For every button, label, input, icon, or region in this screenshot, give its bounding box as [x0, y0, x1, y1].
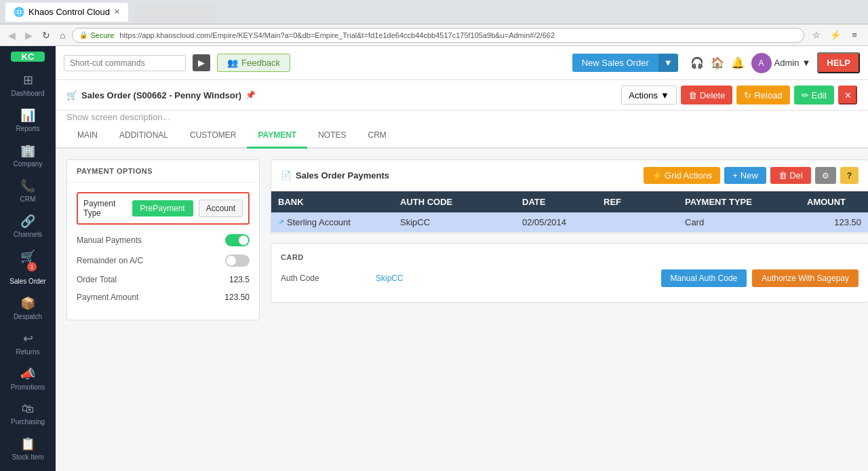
actions-chevron-icon: ▼ [660, 90, 669, 100]
headset-icon[interactable]: 🎧 [690, 56, 704, 69]
app-logo[interactable]: KC [11, 52, 45, 62]
extension-button[interactable]: ⚡ [827, 27, 844, 43]
sidebar-item-label: Returns [16, 348, 39, 356]
sidebar-item-returns[interactable]: ↩ Returns [0, 326, 56, 361]
address-bar[interactable]: 🔒 Secure https://app.khaoscloud.com/Empi… [72, 28, 804, 43]
shortcut-submit-button[interactable]: ▶ [193, 54, 210, 71]
forward-button[interactable]: ▶ [22, 29, 35, 42]
col-auth-code: AUTH CODE [393, 191, 515, 212]
tab-additional[interactable]: ADDITIONAL [108, 124, 179, 149]
col-amount: AMOUNT [800, 191, 868, 212]
manual-payments-label: Manual Payments [77, 236, 225, 245]
tab-notes[interactable]: NOTES [307, 124, 357, 149]
sidebar-item-company[interactable]: 🏢 Company [0, 138, 56, 173]
sidebar-item-dashboard[interactable]: ⊞ Dashboard [0, 67, 56, 102]
browser-nav-bar: ◀ ▶ ↻ ⌂ 🔒 Secure https://app.khaoscloud.… [0, 24, 868, 46]
trash-icon: 🗑 [688, 90, 697, 100]
tab-close-button[interactable]: ✕ [114, 7, 120, 16]
sidebar-item-label: Stock Item [12, 453, 43, 461]
back-button[interactable]: ◀ [5, 29, 18, 42]
col-date: DATE [515, 191, 597, 212]
payment-type-row: Payment Type PrePayment Account [77, 192, 250, 225]
sagepay-button[interactable]: Authorize With Sagepay [752, 269, 859, 287]
tab-customer[interactable]: CUSTOMER [179, 124, 247, 149]
delete-label: Delete [700, 90, 726, 100]
close-button[interactable]: ✕ [838, 86, 857, 105]
page-actions: Actions ▼ 🗑 Delete ↻ Reload ✏ Edit ✕ [621, 86, 857, 105]
grid-actions-button[interactable]: ⚡ Grid Actions [644, 167, 720, 184]
sidebar-item-stock-item[interactable]: 📋 Stock Item [0, 431, 56, 466]
edit-button[interactable]: ✏ Edit [794, 86, 834, 105]
sidebar-item-despatch[interactable]: 📦 Despatch [0, 290, 56, 326]
sidebar-item-label: Reports [16, 125, 39, 132]
tab-payment[interactable]: PAYMENT [247, 124, 307, 149]
payment-amount-row: Payment Amount 123.50 [77, 293, 250, 302]
home-nav-icon[interactable]: 🏠 [711, 56, 724, 69]
screen-description[interactable]: Show screen description... [56, 111, 868, 124]
sidebar-item-channels[interactable]: 🔗 Channels [0, 208, 56, 244]
sidebar-item-promotions[interactable]: 📣 Promotions [0, 361, 56, 396]
sidebar-item-label: Dashboard [12, 90, 45, 97]
refresh-button[interactable]: ↻ [39, 29, 53, 42]
feedback-icon: 👥 [227, 58, 238, 68]
despatch-icon: 📦 [20, 296, 35, 311]
admin-label: Admin [774, 58, 800, 68]
edit-row-icon[interactable]: ↗ [278, 218, 284, 227]
main-content: ▶ 👥 Feedback New Sales Order ▼ 🎧 🏠 🔔 A A… [56, 46, 868, 471]
delete-button[interactable]: 🗑 Delete [681, 86, 733, 105]
notification-icon[interactable]: 🔔 [731, 56, 745, 69]
browser-actions: ☆ ⚡ ≡ [808, 27, 863, 43]
settings-button[interactable]: ⚙ [815, 167, 836, 184]
page-title: 🛒 Sales Order (S00662 - Penny Windsor) 📌 [66, 90, 256, 100]
tab-favicon: 🌐 [14, 7, 24, 17]
sidebar-item-purchasing[interactable]: 🛍 Purchasing [0, 396, 56, 431]
remainder-toggle[interactable] [225, 255, 250, 267]
menu-button[interactable]: ≡ [846, 27, 863, 43]
active-tab[interactable]: 🌐 Khaos Control Cloud ✕ [5, 3, 128, 22]
reload-icon: ↻ [744, 90, 751, 100]
cell-payment-type: Card [678, 212, 800, 232]
bookmark-button[interactable]: ☆ [808, 27, 825, 43]
date-value: 02/05/2014 [522, 217, 566, 227]
tab-crm[interactable]: CRM [357, 124, 397, 149]
reload-button[interactable]: ↻ Reload [736, 86, 789, 105]
prepayment-button[interactable]: PrePayment [132, 200, 193, 216]
payments-header: 📄 Sales Order Payments ⚡ Grid Actions + … [271, 159, 868, 191]
sidebar-item-stock-tools[interactable]: 📈 Stock Tools [0, 466, 56, 471]
cell-amount: 123.50 [800, 212, 868, 232]
admin-menu-button[interactable]: A Admin ▼ [751, 53, 811, 73]
manual-payments-toggle[interactable] [225, 234, 250, 246]
home-button[interactable]: ⌂ [57, 29, 68, 42]
browser-tab-bar: 🌐 Khaos Control Cloud ✕ [0, 0, 868, 24]
cell-auth-code: SkipCC [393, 212, 515, 232]
help-button[interactable]: HELP [817, 52, 860, 73]
edit-icon: ✏ [802, 90, 809, 100]
sidebar-item-sales-order[interactable]: 🛒 1 Sales Order [0, 244, 56, 290]
new-sales-dropdown-button[interactable]: ▼ [658, 54, 678, 72]
manual-auth-button[interactable]: Manual Auth Code [661, 269, 747, 287]
sidebar: KC ⊞ Dashboard 📊 Reports 🏢 Company 📞 CRM… [0, 46, 56, 471]
sidebar-item-label: Channels [14, 231, 42, 238]
help-yellow-button[interactable]: ? [840, 167, 859, 184]
payment-type-value: Card [685, 217, 704, 227]
tab-main[interactable]: MAIN [66, 124, 108, 149]
new-payment-button[interactable]: + New [724, 167, 766, 184]
feedback-button[interactable]: 👥 Feedback [217, 54, 290, 72]
remainder-label: Remainder on A/C [77, 256, 225, 265]
payments-title-text: Sales Order Payments [296, 170, 389, 181]
sidebar-item-reports[interactable]: 📊 Reports [0, 102, 56, 138]
account-button[interactable]: Account [199, 200, 243, 217]
shortcut-input[interactable] [64, 55, 186, 71]
table-row[interactable]: ↗ Sterling Account SkipCC 02/05/2014 [271, 212, 868, 233]
admin-avatar: A [751, 53, 772, 73]
order-total-value: 123.5 [229, 275, 250, 284]
payment-options-panel: PAYMENT OPTIONS Payment Type PrePayment … [66, 159, 260, 320]
stock-item-icon: 📋 [20, 436, 35, 451]
delete-payment-button[interactable]: 🗑 Del [770, 167, 811, 184]
payments-table: BANK AUTH CODE DATE REF PAYMENT TYPE AMO… [271, 191, 868, 233]
new-sales-button[interactable]: New Sales Order [572, 54, 658, 72]
actions-dropdown-button[interactable]: Actions ▼ [621, 86, 677, 105]
sidebar-item-crm[interactable]: 📞 CRM [0, 173, 56, 208]
auth-code-value: SkipCC [376, 274, 403, 283]
screen-desc-text: Show screen description... [66, 112, 170, 122]
